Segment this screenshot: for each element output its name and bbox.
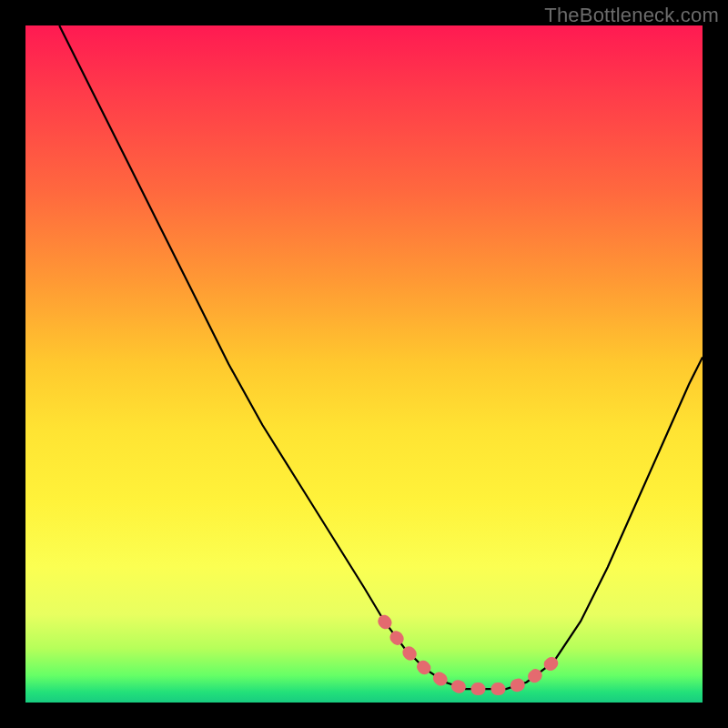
bottleneck-curve-highlight	[384, 622, 553, 689]
chart-frame: TheBottleneck.com	[0, 0, 728, 728]
bottleneck-curve-line	[59, 25, 703, 689]
chart-plot-area	[25, 25, 703, 703]
chart-svg	[25, 25, 703, 703]
watermark-text: TheBottleneck.com	[544, 4, 719, 27]
